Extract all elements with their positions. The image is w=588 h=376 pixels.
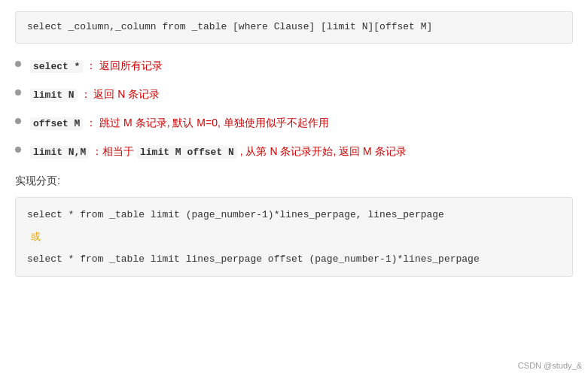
top-code-text: select _column,_column from _table [wher…	[27, 21, 432, 32]
list-item: limit N ： 返回 N 条记录	[15, 86, 573, 104]
bullet-middle-code: limit M offset N	[137, 146, 237, 159]
code-line-2: select * from _table limit lines_perpage…	[27, 250, 561, 268]
bullet-code: select *	[30, 60, 83, 73]
watermark: CSDN @study_&	[518, 361, 582, 370]
multi-code-container: select * from _table limit (page_number-…	[15, 197, 573, 277]
list-item: select * ： 返回所有记录	[15, 57, 573, 75]
bullet-code: limit N,M	[30, 146, 89, 159]
bullet-dot	[15, 118, 21, 124]
bullet-content: select * ： 返回所有记录	[30, 57, 573, 75]
bullet-dot	[15, 89, 21, 96]
bullet-list: select * ： 返回所有记录 limit N ： 返回 N 条记录 off…	[15, 57, 573, 161]
divider-text: 或	[27, 230, 561, 244]
bullet-description: , 从第 N 条记录开始, 返回 M 条记录	[240, 145, 407, 157]
code-line-1: select * from _table limit (page_number-…	[27, 205, 561, 224]
bullet-description: 返回所有记录	[99, 59, 163, 71]
bullet-description: 返回 N 条记录	[93, 88, 160, 100]
bullet-code: offset M	[30, 117, 83, 130]
top-code-block: select _column,_column from _table [wher…	[15, 11, 573, 44]
bullet-content: limit N ： 返回 N 条记录	[30, 86, 573, 104]
bullet-content: limit N,M ：相当于 limit M offset N , 从第 N 条…	[30, 143, 573, 161]
list-item: limit N,M ：相当于 limit M offset N , 从第 N 条…	[15, 143, 573, 161]
bullet-description: 跳过 M 条记录, 默认 M=0, 单独使用似乎不起作用	[99, 117, 329, 129]
bullet-separator: ：	[81, 88, 91, 100]
bullet-separator: ：相当于	[92, 145, 137, 157]
list-item: offset M ： 跳过 M 条记录, 默认 M=0, 单独使用似乎不起作用	[15, 114, 573, 132]
section-title: 实现分页:	[15, 174, 573, 188]
bullet-code: limit N	[30, 89, 78, 102]
page-container: select _column,_column from _table [wher…	[0, 0, 588, 376]
bullet-content: offset M ： 跳过 M 条记录, 默认 M=0, 单独使用似乎不起作用	[30, 114, 573, 132]
bullet-separator: ：	[86, 59, 96, 71]
bullet-separator: ：	[86, 117, 96, 129]
bullet-dot	[15, 61, 21, 67]
bullet-dot	[15, 147, 21, 153]
